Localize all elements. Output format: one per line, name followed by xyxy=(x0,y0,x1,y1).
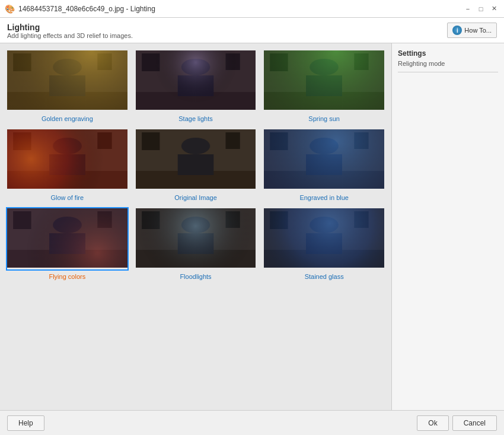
grid-item-flying[interactable]: Flying colors xyxy=(6,207,129,280)
close-button[interactable]: ✕ xyxy=(489,4,499,14)
thumb-canvas-stained xyxy=(264,208,384,268)
thumb-canvas-floodlights xyxy=(136,208,256,268)
thumb-wrapper-golden xyxy=(6,49,129,113)
grid-item-stained[interactable]: Stained glass xyxy=(263,207,385,280)
maximize-button[interactable]: □ xyxy=(476,4,486,14)
title-bar: 🎨 14684453718_408e6c6c49_o.jpg - Lightin… xyxy=(0,0,504,18)
grid-item-label-stained: Stained glass xyxy=(305,273,344,280)
minimize-button[interactable]: − xyxy=(462,4,473,14)
grid-item-label-stage: Stage lights xyxy=(178,115,212,122)
grid-item-spring[interactable]: Spring sun xyxy=(263,49,385,122)
grid-item-golden[interactable]: Golden engraving xyxy=(6,49,129,122)
ok-button[interactable]: Ok xyxy=(417,415,448,431)
thumb-canvas-stage xyxy=(136,50,256,110)
main-content: Golden engravingStage lightsSpring sunGl… xyxy=(0,43,504,410)
how-to-label: How To... xyxy=(464,27,492,34)
effects-grid: Golden engravingStage lightsSpring sunGl… xyxy=(6,49,385,280)
info-icon: i xyxy=(452,26,462,35)
title-bar-controls: − □ ✕ xyxy=(462,4,499,14)
thumb-wrapper-floodlights xyxy=(135,207,257,271)
window-icon: 🎨 xyxy=(5,4,15,14)
cancel-button[interactable]: Cancel xyxy=(452,415,497,431)
settings-panel: Settings Relighting mode xyxy=(391,43,504,410)
bottom-bar: Help Ok Cancel xyxy=(0,410,504,435)
how-to-button[interactable]: i How To... xyxy=(447,23,497,38)
grid-item-label-flying: Flying colors xyxy=(49,273,85,280)
thumb-wrapper-original xyxy=(135,128,257,192)
thumb-canvas-spring xyxy=(264,50,384,110)
grid-item-label-fire: Glow of fire xyxy=(51,194,84,201)
page-title: Lighting xyxy=(7,23,133,32)
grid-item-label-blue: Engraved in blue xyxy=(299,194,349,201)
thumb-canvas-golden xyxy=(7,50,127,110)
bottom-right: Ok Cancel xyxy=(417,415,497,431)
grid-item-blue[interactable]: Engraved in blue xyxy=(263,128,385,201)
header: Lighting Add lighting effects and 3D rel… xyxy=(0,18,504,43)
thumb-wrapper-stained xyxy=(263,207,385,271)
thumb-canvas-blue xyxy=(264,129,384,189)
grid-item-floodlights[interactable]: Floodlights xyxy=(135,207,257,280)
thumb-wrapper-blue xyxy=(263,128,385,192)
grid-item-fire[interactable]: Glow of fire xyxy=(6,128,129,201)
grid-item-original[interactable]: Original Image xyxy=(135,128,257,201)
thumb-canvas-flying xyxy=(7,208,127,268)
thumb-wrapper-stage xyxy=(135,49,257,113)
window-title: 14684453718_408e6c6c49_o.jpg - Lighting xyxy=(18,5,155,13)
grid-panel: Golden engravingStage lightsSpring sunGl… xyxy=(0,43,391,410)
grid-item-label-golden: Golden engraving xyxy=(42,115,93,122)
thumb-canvas-original xyxy=(136,129,256,189)
thumb-canvas-fire xyxy=(7,129,127,189)
help-button[interactable]: Help xyxy=(7,415,44,431)
settings-title: Settings xyxy=(398,49,498,58)
header-left: Lighting Add lighting effects and 3D rel… xyxy=(7,23,133,39)
title-bar-left: 🎨 14684453718_408e6c6c49_o.jpg - Lightin… xyxy=(5,4,155,14)
page-subtitle: Add lighting effects and 3D relief to im… xyxy=(7,32,133,39)
thumb-wrapper-flying xyxy=(6,207,129,271)
grid-item-label-original: Original Image xyxy=(174,194,217,201)
grid-item-label-spring: Spring sun xyxy=(308,115,340,122)
grid-item-stage[interactable]: Stage lights xyxy=(135,49,257,122)
settings-divider xyxy=(398,72,498,72)
settings-subtitle: Relighting mode xyxy=(398,60,498,67)
thumb-wrapper-fire xyxy=(6,128,129,192)
thumb-wrapper-spring xyxy=(263,49,385,113)
bottom-left: Help xyxy=(7,415,44,431)
grid-item-label-floodlights: Floodlights xyxy=(180,273,211,280)
